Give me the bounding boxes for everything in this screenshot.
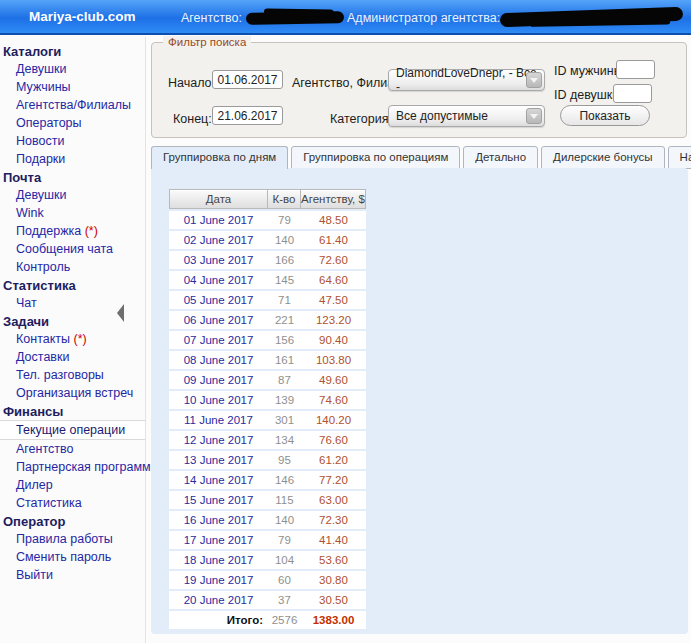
sidebar-item[interactable]: Мужчины	[0, 78, 145, 96]
sidebar-item[interactable]: Доставки	[0, 348, 145, 366]
column-header-date[interactable]: Дата	[169, 189, 268, 209]
date-cell: 20 June 2017	[169, 591, 268, 609]
amount-cell: 53.60	[301, 551, 366, 569]
total-count: 2576	[268, 611, 301, 629]
date-cell: 18 June 2017	[169, 551, 268, 569]
sidebar-item[interactable]: Операторы	[0, 114, 145, 132]
agency-label: Агентство:	[181, 11, 242, 25]
sidebar-item[interactable]: Контроль	[0, 258, 145, 276]
amount-cell: 61.40	[301, 231, 366, 249]
redacted-admin-name	[500, 7, 683, 27]
sidebar-item[interactable]: Статистика	[0, 494, 145, 512]
count-cell: 79	[268, 531, 301, 549]
sidebar-item[interactable]: Сообщения чата	[0, 240, 145, 258]
count-cell: 140	[268, 231, 301, 249]
sidebar-item[interactable]: Новости	[0, 132, 145, 150]
report-tabs: Группировка по дням Группировка по опера…	[151, 146, 691, 169]
top-header-bar: Mariya-club.com Агентство: Администратор…	[0, 0, 691, 35]
show-button[interactable]: Показать	[560, 105, 650, 126]
tab-dealer-bonuses[interactable]: Дилерские бонусы	[541, 146, 664, 169]
id-man-input[interactable]	[616, 60, 655, 79]
date-cell: 11 June 2017	[169, 411, 268, 429]
amount-cell: 72.30	[301, 511, 366, 529]
table-row: 03 June 201716672.60	[169, 251, 366, 269]
count-cell: 79	[268, 211, 301, 229]
sidebar-item[interactable]: Дилер	[0, 476, 145, 494]
app-window: Mariya-club.com Агентство: Администратор…	[0, 0, 691, 643]
amount-cell: 77.20	[301, 471, 366, 489]
count-cell: 156	[268, 331, 301, 349]
alert-marker: (*)	[70, 332, 87, 346]
table-row: 09 June 20178749.60	[169, 371, 366, 389]
sidebar-item[interactable]: Подарки	[0, 150, 145, 168]
admin-label: Администратор агентства:	[347, 11, 500, 25]
filter-legend: Фильтр поиска	[163, 36, 251, 48]
sidebar-item[interactable]: Организация встреч	[0, 384, 145, 402]
search-filter-fieldset: Фильтр поиска Начало: Агентство, Филиал:…	[151, 42, 687, 138]
count-cell: 71	[268, 291, 301, 309]
count-cell: 115	[268, 491, 301, 509]
date-cell: 17 June 2017	[169, 531, 268, 549]
sidebar-item[interactable]: Wink	[0, 204, 145, 222]
date-cell: 09 June 2017	[169, 371, 268, 389]
table-row: 04 June 201714564.60	[169, 271, 366, 289]
count-cell: 87	[268, 371, 301, 389]
category-select[interactable]: Все допустимые	[388, 105, 545, 127]
sidebar-item[interactable]: Контакты (*)	[0, 330, 145, 348]
sidebar-item[interactable]: Агентства/Филиалы	[0, 96, 145, 114]
end-date-input[interactable]	[212, 106, 283, 125]
date-cell: 08 June 2017	[169, 351, 268, 369]
sidebar-item[interactable]: Партнерская программа	[0, 458, 145, 476]
sidebar-group-header: Почта	[0, 168, 145, 186]
amount-cell: 90.40	[301, 331, 366, 349]
tab-group-by-days[interactable]: Группировка по дням	[151, 146, 288, 169]
table-row: 10 June 201713974.60	[169, 391, 366, 409]
sidebar-item[interactable]: Правила работы	[0, 530, 145, 548]
table-row: 13 June 20179561.20	[169, 451, 366, 469]
count-cell: 146	[268, 471, 301, 489]
site-brand[interactable]: Mariya-club.com	[29, 9, 136, 24]
count-cell: 95	[268, 451, 301, 469]
table-row: 16 June 201714072.30	[169, 511, 366, 529]
date-cell: 07 June 2017	[169, 331, 268, 349]
amount-cell: 123.20	[301, 311, 366, 329]
table-row: 12 June 201713476.60	[169, 431, 366, 449]
agency-branch-select[interactable]: DiamondLoveDnepr, - Все -	[388, 69, 545, 91]
amount-cell: 63.00	[301, 491, 366, 509]
table-row: 20 June 20173730.50	[169, 591, 366, 609]
column-header-count[interactable]: К-во	[268, 189, 301, 209]
count-cell: 145	[268, 271, 301, 289]
date-cell: 05 June 2017	[169, 291, 268, 309]
sidebar-item[interactable]: Агентство	[0, 440, 145, 458]
sidebar-group-header: Финансы	[0, 402, 145, 420]
sidebar-item[interactable]: Поддержка (*)	[0, 222, 145, 240]
sidebar-collapse-arrow-icon[interactable]	[117, 304, 124, 322]
date-cell: 13 June 2017	[169, 451, 268, 469]
id-girl-input[interactable]	[613, 84, 652, 103]
date-cell: 15 June 2017	[169, 491, 268, 509]
table-total-row: Итого: 2576 1383.00	[169, 611, 366, 629]
table-row: 11 June 2017301140.20	[169, 411, 366, 429]
end-date-label: Конец:	[173, 112, 212, 126]
date-cell: 19 June 2017	[169, 571, 268, 589]
sidebar-item[interactable]: Текущие операции	[0, 420, 145, 440]
sidebar-item[interactable]: Тел. разговоры	[0, 366, 145, 384]
dropdown-arrow-icon	[526, 108, 542, 124]
amount-cell: 72.60	[301, 251, 366, 269]
tab-detailed[interactable]: Детально	[463, 146, 538, 169]
sidebar-item[interactable]: Сменить пароль	[0, 548, 145, 566]
tab-accruals[interactable]: Начисления	[668, 146, 691, 169]
sidebar-item[interactable]: Девушки	[0, 186, 145, 204]
category-selected-value: Все допустимые	[396, 109, 488, 123]
column-header-agency[interactable]: Агентству, $	[301, 189, 366, 209]
table-row: 14 June 201714677.20	[169, 471, 366, 489]
sidebar-item[interactable]: Девушки	[0, 60, 145, 78]
amount-cell: 48.50	[301, 211, 366, 229]
start-date-input[interactable]	[212, 70, 283, 89]
agency-branch-selected-value: DiamondLoveDnepr, - Все -	[396, 66, 544, 94]
count-cell: 37	[268, 591, 301, 609]
sidebar-item[interactable]: Выйти	[0, 566, 145, 584]
count-cell: 166	[268, 251, 301, 269]
table-body: 01 June 20177948.5002 June 201714061.400…	[169, 211, 366, 609]
tab-group-by-operations[interactable]: Группировка по операциям	[291, 146, 460, 169]
